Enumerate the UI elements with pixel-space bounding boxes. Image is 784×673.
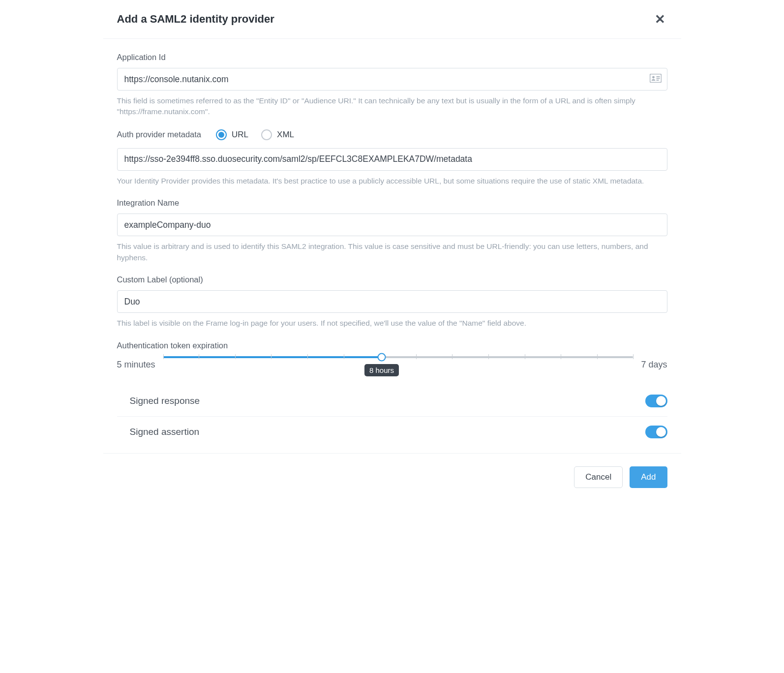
integration-name-field: Integration Name This value is arbitrary… xyxy=(117,198,667,263)
token-expiration-field: Authentication token expiration 5 minute… xyxy=(117,341,667,374)
metadata-label: Auth provider metadata xyxy=(117,130,202,139)
application-id-label: Application Id xyxy=(117,53,667,62)
signed-assertion-toggle[interactable] xyxy=(645,426,667,438)
integration-name-input[interactable] xyxy=(117,214,667,236)
signed-assertion-row: Signed assertion xyxy=(117,417,667,447)
metadata-type-url[interactable]: URL xyxy=(216,129,248,140)
application-id-input-wrap xyxy=(117,68,667,91)
modal-body: Application Id This field is sometimes r… xyxy=(103,39,681,453)
signed-response-label: Signed response xyxy=(117,396,200,406)
token-expiration-label: Authentication token expiration xyxy=(117,341,667,350)
custom-label-input[interactable] xyxy=(117,290,667,313)
metadata-help: Your Identity Provider provides this met… xyxy=(117,176,667,186)
saml2-provider-modal: Add a SAML2 identity provider ✕ Applicat… xyxy=(103,0,681,501)
slider-track xyxy=(163,356,633,358)
metadata-type-xml-label: XML xyxy=(277,130,294,140)
signed-assertion-label: Signed assertion xyxy=(117,427,200,437)
slider-min-caption: 5 minutes xyxy=(117,360,155,370)
slider-fill xyxy=(163,356,382,358)
metadata-type-url-label: URL xyxy=(232,130,248,140)
cancel-button[interactable]: Cancel xyxy=(574,466,623,488)
metadata-field: Auth provider metadata URL XML Your Iden… xyxy=(117,129,667,186)
token-expiration-slider-row: 5 minutes xyxy=(117,356,667,374)
toggle-knob xyxy=(656,427,666,437)
slider-value-pill: 8 hours xyxy=(364,364,399,376)
integration-name-help: This value is arbitrary and is used to i… xyxy=(117,241,667,263)
metadata-type-xml[interactable]: XML xyxy=(261,129,294,140)
signed-response-toggle[interactable] xyxy=(645,395,667,407)
integration-name-label: Integration Name xyxy=(117,198,667,208)
custom-label-field: Custom Label (optional) This label is vi… xyxy=(117,275,667,329)
close-icon[interactable]: ✕ xyxy=(653,11,667,28)
token-expiration-slider[interactable]: 8 hours xyxy=(163,356,633,374)
slider-thumb[interactable] xyxy=(378,353,386,361)
application-id-field: Application Id This field is sometimes r… xyxy=(117,53,667,118)
radio-icon xyxy=(261,129,272,140)
svg-rect-3 xyxy=(656,78,660,79)
custom-label-help: This label is visible on the Frame log-i… xyxy=(117,318,667,329)
toggle-list: Signed response Signed assertion xyxy=(117,386,667,447)
radio-icon xyxy=(216,129,227,140)
application-id-input[interactable] xyxy=(117,68,667,91)
add-button[interactable]: Add xyxy=(630,466,667,488)
modal-header: Add a SAML2 identity provider ✕ xyxy=(103,0,681,39)
metadata-type-row: Auth provider metadata URL XML xyxy=(117,129,667,140)
slider-max-caption: 7 days xyxy=(641,360,667,370)
id-card-icon xyxy=(650,74,662,85)
toggle-knob xyxy=(656,396,666,406)
application-id-help: This field is sometimes referred to as t… xyxy=(117,95,667,118)
svg-rect-2 xyxy=(656,76,660,77)
signed-response-row: Signed response xyxy=(117,386,667,417)
svg-point-1 xyxy=(652,76,655,79)
modal-title: Add a SAML2 identity provider xyxy=(117,13,274,26)
custom-label-label: Custom Label (optional) xyxy=(117,275,667,284)
metadata-url-input[interactable] xyxy=(117,148,667,171)
modal-footer: Cancel Add xyxy=(103,453,681,501)
svg-rect-4 xyxy=(656,80,659,81)
